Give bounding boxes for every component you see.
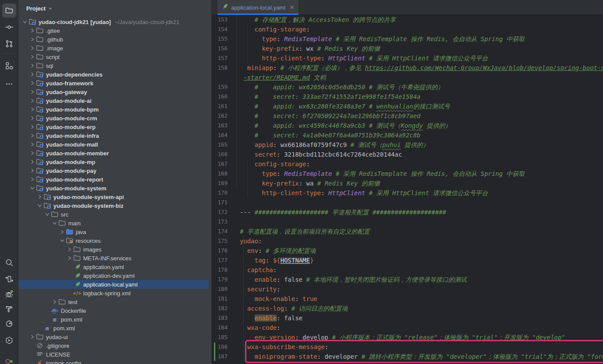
- line-number[interactable]: 164: [212, 130, 228, 140]
- tree-row[interactable]: yudao-module-system: [18, 184, 209, 192]
- tree-row[interactable]: yudao-dependencies: [18, 70, 209, 79]
- tree-row[interactable]: yudao-module-member: [18, 149, 209, 158]
- profiler-icon[interactable]: [2, 317, 16, 331]
- line-number[interactable]: 185: [212, 332, 228, 342]
- tree-row[interactable]: </>logback-spring.xml: [18, 289, 209, 298]
- tree-row[interactable]: test: [18, 298, 209, 306]
- line-number[interactable]: 179: [212, 275, 228, 284]
- tree-row[interactable]: application-dev.yaml: [18, 271, 209, 280]
- tree-row[interactable]: yudao-gateway: [18, 88, 209, 96]
- chevron-expanded-icon[interactable]: [43, 212, 51, 217]
- chevron-collapsed-icon[interactable]: [28, 133, 36, 138]
- tree-row[interactable]: yudao-framework: [18, 79, 209, 88]
- tree-row[interactable]: yudao-module-erp: [18, 122, 209, 131]
- build-icon[interactable]: [2, 302, 16, 316]
- services-icon[interactable]: [2, 333, 16, 347]
- tree-row[interactable]: .image: [18, 44, 209, 52]
- chevron-collapsed-icon[interactable]: [28, 116, 36, 121]
- chevron-expanded-icon[interactable]: [28, 186, 36, 191]
- line-number[interactable]: 159: [212, 82, 228, 92]
- tree-row[interactable]: yudao-module-mp: [18, 158, 209, 166]
- code-editor[interactable]: 153 # 存储配置，解决 AccessToken 的跨节点的共享154 con…: [212, 15, 603, 364]
- endpoints-icon[interactable]: [2, 272, 16, 286]
- chevron-collapsed-icon[interactable]: [28, 98, 36, 103]
- tree-row[interactable]: yudao-module-system-biz: [18, 201, 209, 210]
- line-number[interactable]: 163: [212, 121, 228, 130]
- chevron-collapsed-icon[interactable]: [28, 72, 36, 77]
- tree-row[interactable]: yudao-module-mall: [18, 140, 209, 149]
- line-number[interactable]: 162: [212, 111, 228, 121]
- line-number[interactable]: 154: [212, 24, 228, 34]
- tree-row[interactable]: lombok.config: [18, 359, 209, 364]
- chevron-collapsed-icon[interactable]: [66, 247, 73, 252]
- line-number[interactable]: 160: [212, 92, 228, 102]
- chevron-collapsed-icon[interactable]: [28, 168, 36, 173]
- chevron-expanded-icon[interactable]: [21, 19, 28, 24]
- chevron-collapsed-icon[interactable]: [28, 142, 36, 147]
- tree-row[interactable]: yudao-module-infra: [18, 131, 209, 140]
- tree-row[interactable]: images: [18, 245, 209, 254]
- tree-row[interactable]: yudao-module-ai: [18, 96, 209, 105]
- chevron-collapsed-icon[interactable]: [51, 299, 58, 304]
- tree-row[interactable]: script: [18, 52, 209, 61]
- line-number[interactable]: 180: [212, 284, 228, 294]
- chevron-collapsed-icon[interactable]: [28, 159, 36, 164]
- tree-row[interactable]: LICENSE: [18, 350, 209, 359]
- line-number[interactable]: 158: [212, 63, 228, 73]
- chevron-expanded-icon[interactable]: [36, 203, 43, 208]
- line-number[interactable]: 155: [212, 34, 228, 44]
- tree-row[interactable]: mpom.xml: [18, 324, 209, 332]
- tree-row[interactable]: yudao-ui: [18, 332, 209, 341]
- line-number[interactable]: 177: [212, 256, 228, 265]
- commit-icon[interactable]: [2, 20, 16, 34]
- chevron-collapsed-icon[interactable]: [28, 63, 36, 68]
- chevron-collapsed-icon[interactable]: [28, 80, 36, 86]
- line-number[interactable]: 167: [212, 159, 228, 169]
- line-number[interactable]: 157: [212, 53, 228, 63]
- chevron-collapsed-icon[interactable]: [28, 334, 36, 340]
- debug-icon[interactable]: [2, 287, 16, 301]
- tree-row[interactable]: application-local.yaml: [18, 280, 209, 289]
- line-number[interactable]: 172: [212, 207, 228, 217]
- tree-row[interactable]: application.yaml: [18, 262, 209, 271]
- chevron-collapsed-icon[interactable]: [28, 177, 36, 182]
- line-number[interactable]: 181: [212, 294, 228, 304]
- tree-row[interactable]: yudao-module-report: [18, 175, 209, 184]
- tree-row[interactable]: .github: [18, 35, 209, 44]
- tree-row[interactable]: resources: [18, 236, 209, 245]
- tree-row[interactable]: src: [18, 210, 209, 219]
- tab-close-icon[interactable]: ✕: [290, 4, 294, 10]
- line-number[interactable]: 184: [212, 323, 228, 332]
- tree-row[interactable]: main: [18, 219, 209, 228]
- tree-row[interactable]: yudao-module-crm: [18, 114, 209, 122]
- search-icon[interactable]: [2, 256, 16, 270]
- line-number[interactable]: 153: [212, 15, 228, 24]
- line-number[interactable]: 178: [212, 265, 228, 275]
- chevron-collapsed-icon[interactable]: [66, 256, 73, 261]
- line-number[interactable]: 169: [212, 178, 228, 188]
- chevron-collapsed-icon[interactable]: [28, 89, 36, 94]
- tree-row[interactable]: .gitignore: [18, 341, 209, 350]
- line-number[interactable]: 156: [212, 44, 228, 53]
- tree-row[interactable]: .gitee: [18, 26, 209, 35]
- structure-icon[interactable]: [2, 59, 16, 73]
- chevron-collapsed-icon[interactable]: [28, 150, 36, 156]
- line-number[interactable]: 166: [212, 150, 228, 159]
- chevron-collapsed-icon[interactable]: [28, 54, 36, 60]
- tree-row[interactable]: yudao-module-pay: [18, 166, 209, 175]
- tree-row[interactable]: mpom.xml: [18, 315, 209, 324]
- tree-row[interactable]: yudao-module-system-api: [18, 192, 209, 201]
- tree-row[interactable]: sql: [18, 61, 209, 70]
- line-number[interactable]: 175: [212, 236, 228, 246]
- chevron-collapsed-icon[interactable]: [28, 37, 36, 42]
- tree-row[interactable]: yudao-cloud-jdk21 [yudao]~/Java/yudao-cl…: [18, 18, 209, 26]
- chevron-collapsed-icon[interactable]: [28, 28, 36, 33]
- tree-row[interactable]: Dockerfile: [18, 306, 209, 315]
- chevron-collapsed-icon[interactable]: [58, 229, 66, 234]
- editor-tab[interactable]: application-local.yaml ✕: [217, 0, 298, 15]
- run-icon[interactable]: [2, 355, 16, 364]
- tree-row[interactable]: META-INF.services: [18, 254, 209, 262]
- line-number[interactable]: 171: [212, 198, 228, 207]
- pull-requests-icon[interactable]: [2, 37, 16, 51]
- line-number[interactable]: 176: [212, 246, 228, 256]
